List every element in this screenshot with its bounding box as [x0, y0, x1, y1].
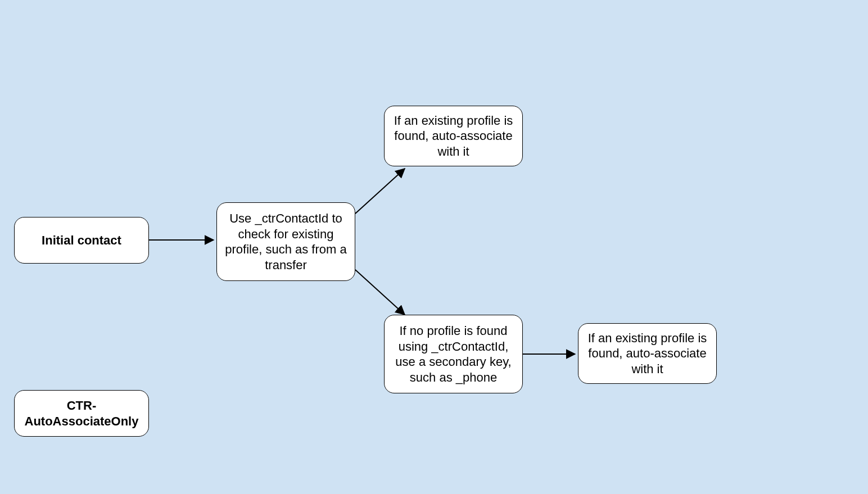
edge-check-to-noprofile	[355, 270, 405, 315]
edge-check-to-found	[355, 169, 405, 214]
node-initial-contact: Initial contact	[14, 217, 149, 264]
node-label: If an existing profile is found, auto-as…	[586, 330, 708, 377]
node-label: Initial contact	[42, 233, 121, 248]
node-label: CTR-AutoAssociateOnly	[22, 398, 141, 429]
node-label: Use _ctrContactId to check for existing …	[225, 211, 347, 273]
node-existing-found-right: If an existing profile is found, auto-as…	[578, 323, 717, 384]
node-existing-found-top: If an existing profile is found, auto-as…	[384, 106, 523, 166]
node-check-profile: Use _ctrContactId to check for existing …	[216, 202, 355, 281]
node-label: If no profile is found using _ctrContact…	[392, 323, 514, 385]
node-no-profile: If no profile is found using _ctrContact…	[384, 315, 523, 393]
node-label: If an existing profile is found, auto-as…	[392, 113, 514, 160]
node-legend: CTR-AutoAssociateOnly	[14, 390, 149, 437]
